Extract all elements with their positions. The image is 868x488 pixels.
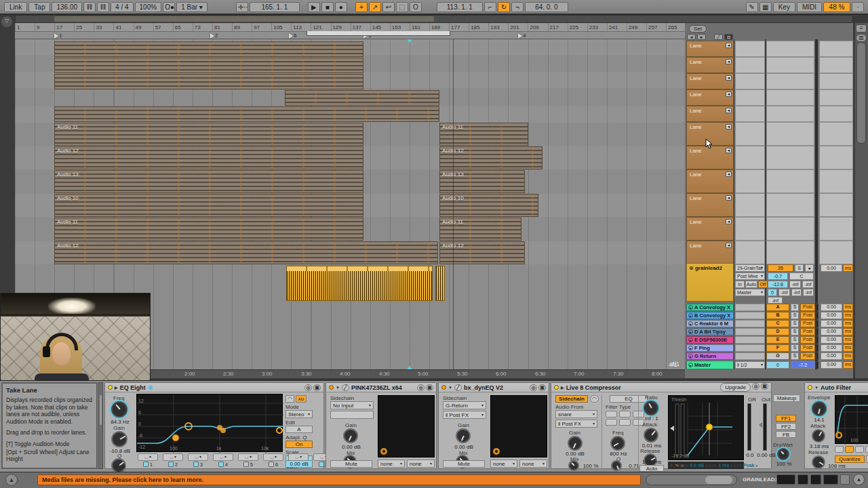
- audition-speaker-icon[interactable]: ◄: [726, 75, 732, 81]
- eq-band-slot[interactable]: ◡ ▾ 5: [238, 453, 258, 467]
- plugin-knob-icon[interactable]: [380, 448, 387, 455]
- audition-speaker-icon[interactable]: ◄: [726, 92, 732, 97]
- return-solo-button[interactable]: S: [791, 352, 799, 360]
- hot-swap-icon[interactable]: ◎: [752, 383, 760, 390]
- filter-type-chooser[interactable]: ◡ ▾: [263, 453, 283, 461]
- master-track-header[interactable]: ▸ Master: [686, 361, 734, 369]
- eq-band-slot[interactable]: ◡ ▾ 6: [263, 453, 283, 467]
- fold-device-icon[interactable]: ▶: [115, 385, 118, 390]
- monitor-off-button[interactable]: Off: [758, 281, 768, 288]
- fb-button[interactable]: FB: [776, 431, 796, 438]
- draw-mode-icon[interactable]: ✎: [746, 2, 758, 12]
- param-slot-2[interactable]: ▾none: [519, 460, 547, 468]
- loop-switch[interactable]: ↻: [498, 2, 510, 12]
- env-value[interactable]: Peak: [743, 463, 754, 468]
- return-delay-unit[interactable]: ms: [843, 336, 853, 344]
- locator-marker[interactable]: 1: [54, 32, 62, 39]
- attack-value[interactable]: 3.18 ms: [806, 443, 832, 449]
- return-track-header[interactable]: ▸ C Reaktor 6 M: [686, 320, 734, 327]
- activity-icon[interactable]: ⎍: [670, 463, 673, 468]
- record-button[interactable]: ●: [335, 2, 347, 12]
- nudge-down-icon[interactable]: ‖‖: [83, 2, 96, 12]
- loop-length-field[interactable]: 64. 0. 0: [525, 2, 568, 12]
- audition-headphones-icon[interactable]: ◠: [590, 395, 599, 403]
- send-letter-button[interactable]: G: [766, 352, 789, 360]
- save-preset-icon[interactable]: ▣: [761, 383, 768, 390]
- gain-knob[interactable]: [343, 428, 358, 443]
- output-routing-chooser[interactable]: ▾Master: [735, 289, 765, 296]
- take-lane-clip[interactable]: [54, 58, 363, 73]
- track-delay-field[interactable]: 0.00: [821, 264, 842, 272]
- track-activator-icon[interactable]: ▸: [688, 338, 693, 342]
- meter-db-field[interactable]: -12.8: [768, 281, 788, 288]
- take-lane-clip[interactable]: Audio 10: [54, 194, 363, 217]
- take-lane-clip[interactable]: Audio 11: [54, 218, 363, 241]
- quantize-amount-field[interactable]: 100%: [135, 2, 162, 12]
- return-delay-field[interactable]: 0.00: [821, 336, 842, 344]
- nudge-up-icon[interactable]: ‖‖: [97, 2, 109, 12]
- device-title-bar[interactable]: ▼ ╱ bx_dynEQ V2 ◎ ▣: [439, 383, 549, 392]
- session-record-button[interactable]: O: [410, 2, 422, 12]
- take-lane-header[interactable]: Lane ◄: [686, 217, 734, 241]
- sidechain-channel-chooser[interactable]: [330, 411, 374, 419]
- gain-value[interactable]: 0.00 dB: [449, 444, 479, 450]
- eq-curve-display[interactable]: 12 6 0 -6 -12 100 1k 10k: [136, 394, 283, 452]
- filter-freq-knob[interactable]: [610, 436, 625, 451]
- audition-speaker-icon[interactable]: ◄: [726, 59, 732, 64]
- take-lane-header[interactable]: Lane ◄: [686, 146, 734, 169]
- send-letter-button[interactable]: D: [766, 328, 789, 336]
- param-slot-1[interactable]: ▾none: [490, 460, 517, 468]
- sidechain-channel-chooser[interactable]: ▾ǁ Post FX: [443, 411, 486, 419]
- status-icon[interactable]: ▲: [5, 474, 18, 486]
- return-delay-unit[interactable]: ms: [843, 352, 853, 360]
- audition-speaker-icon[interactable]: ◄: [726, 124, 732, 129]
- audio-from-chooser[interactable]: ▾snare: [555, 410, 597, 418]
- key-map-button[interactable]: Key: [773, 2, 795, 12]
- send-letter-button[interactable]: B: [766, 312, 789, 319]
- pre-post-toggle[interactable]: Post: [800, 352, 815, 360]
- audition-speaker-icon[interactable]: ◄: [726, 243, 732, 248]
- device-thumbnail[interactable]: [776, 474, 795, 485]
- device-activator-led[interactable]: [441, 385, 446, 390]
- filter-type-button[interactable]: [855, 446, 864, 453]
- return-delay-field[interactable]: 0.00: [821, 344, 842, 352]
- eq-toggle[interactable]: EQ: [610, 395, 648, 403]
- band-checkbox[interactable]: [269, 462, 274, 467]
- return-delay-unit[interactable]: ms: [843, 304, 853, 311]
- device-thumbnail[interactable]: [823, 474, 838, 485]
- plugin-edit-icon[interactable]: ╱: [342, 384, 349, 391]
- device-activator-led[interactable]: [329, 385, 334, 390]
- audition-speaker-icon[interactable]: ◄: [726, 195, 732, 201]
- mixer-toggle-icon[interactable]: ▥: [856, 34, 867, 42]
- send-letter-button[interactable]: A: [766, 304, 789, 311]
- plugin-edit-icon[interactable]: ╱: [454, 384, 462, 391]
- hot-swap-icon[interactable]: ◎: [417, 384, 425, 391]
- pre-post-toggle[interactable]: Post: [800, 328, 815, 336]
- prev-locator-button[interactable]: ◂: [687, 34, 696, 40]
- play-button[interactable]: ▶: [308, 2, 320, 12]
- re-enable-automation-button[interactable]: ↩: [382, 2, 395, 12]
- device-activator-led[interactable]: [554, 385, 559, 390]
- sidechain-toggle[interactable]: Sidechain: [555, 395, 588, 403]
- loop-brace[interactable]: [307, 31, 450, 36]
- mode-chooser[interactable]: ▾Stereo: [285, 410, 313, 418]
- computer-midi-keyboard-icon[interactable]: ▦: [760, 2, 772, 12]
- freq-knob[interactable]: [111, 401, 127, 418]
- device-title-bar[interactable]: ▼ Auto Filter: [805, 383, 868, 392]
- band-checkbox[interactable]: [243, 462, 249, 467]
- send-letter-button[interactable]: F: [766, 344, 789, 352]
- mix-value[interactable]: 100 %: [580, 463, 601, 469]
- solo-button[interactable]: S: [795, 264, 804, 272]
- track-number-badge[interactable]: 35: [768, 264, 793, 272]
- filter-type-button[interactable]: [835, 446, 844, 453]
- master-volume-field[interactable]: 0: [766, 361, 789, 369]
- arm-button[interactable]: ●: [805, 264, 814, 272]
- track-activator-icon[interactable]: ▸: [688, 354, 693, 359]
- eq-band-slot[interactable]: ◡ ▾ 3: [188, 453, 208, 467]
- save-preset-icon[interactable]: ▣: [426, 384, 433, 391]
- gain-knob[interactable]: [456, 428, 471, 443]
- upgrade-button[interactable]: Upgrade: [720, 383, 751, 392]
- return-solo-button[interactable]: S: [791, 336, 799, 344]
- device-thumbnail[interactable]: [810, 474, 821, 485]
- take-lane-header[interactable]: Lane ◄: [686, 106, 734, 122]
